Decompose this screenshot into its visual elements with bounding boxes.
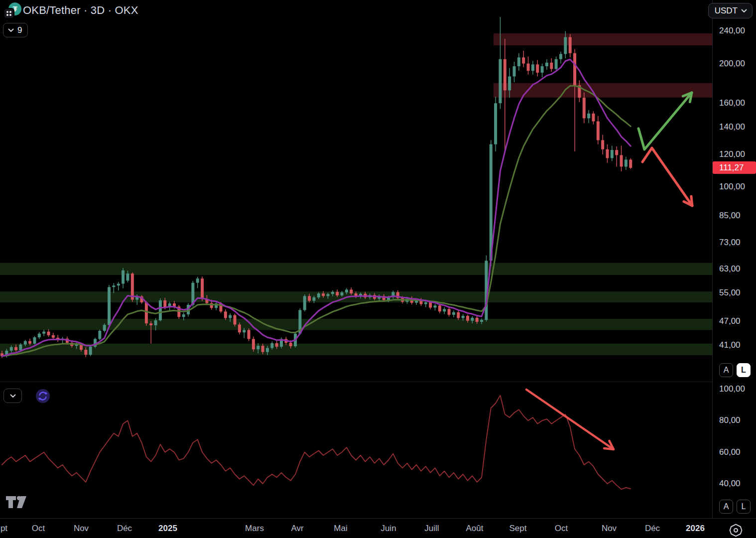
log-scale-button[interactable]: L — [737, 500, 751, 514]
rsi-axis-label: 100,00 — [719, 384, 745, 394]
last-price-badge: 111,27 — [713, 161, 756, 174]
price-axis-label: 41,00 — [719, 340, 741, 350]
indicator-count: 9 — [17, 25, 22, 35]
price-axis-label: 63,00 — [719, 264, 741, 274]
price-axis-label: 140,00 — [719, 122, 745, 132]
chevron-down-icon — [8, 28, 14, 32]
main-price-pane[interactable] — [0, 0, 712, 382]
symbol-title[interactable]: OKB/Tether · 3D · OKX — [23, 4, 138, 17]
indicator-collapse-button[interactable]: 9 — [3, 23, 28, 37]
time-axis-label: Juill — [424, 524, 439, 534]
rsi-indicator-pane[interactable] — [0, 382, 712, 518]
time-axis-label: Sept — [509, 524, 527, 534]
time-axis[interactable]: ptOctNovDéc2025MarsAvrMaiJuinJuillAoûtSe… — [0, 519, 756, 538]
support-zone — [0, 319, 712, 330]
resistance-zone — [494, 83, 712, 98]
time-axis-label: Oct — [555, 524, 568, 534]
rsi-sync-icon[interactable] — [35, 389, 50, 404]
time-axis-label: Mars — [245, 524, 264, 534]
rsi-axis-label: 60,00 — [719, 447, 741, 457]
time-axis-label: Mai — [334, 524, 347, 534]
time-axis-label: Déc — [645, 524, 660, 534]
time-axis-label: Oct — [32, 524, 45, 534]
time-axis-label: Déc — [117, 524, 132, 534]
price-axis-label: 240,00 — [719, 26, 745, 36]
price-axis-label: 55,00 — [719, 288, 741, 298]
auto-scale-button[interactable]: A — [719, 363, 733, 377]
symbol-logo: ₮ — [3, 2, 21, 20]
tradingview-logo[interactable] — [5, 494, 31, 509]
price-axis-label: 47,00 — [719, 316, 741, 326]
time-axis-label: Avr — [291, 524, 303, 534]
price-axis-label: 73,00 — [719, 238, 741, 248]
time-axis-label: Nov — [74, 524, 89, 534]
rsi-axis-label: 40,00 — [719, 479, 741, 489]
support-zone — [0, 344, 712, 355]
tradingview-chart: ₮ OKB/Tether · 3D · OKX 9 USDT 240,00200… — [0, 0, 756, 538]
price-axis-label: 160,00 — [719, 98, 745, 108]
time-axis-label: pt — [0, 524, 7, 534]
time-axis-label: Juin — [380, 524, 396, 534]
rsi-dropdown-button[interactable] — [3, 389, 22, 403]
log-scale-button[interactable]: L — [737, 363, 751, 377]
price-axis-label: 120,00 — [719, 149, 745, 159]
price-axis-label: 85,00 — [719, 211, 741, 221]
price-axis-label: 200,00 — [719, 59, 745, 69]
price-axis-label: 100,00 — [719, 182, 745, 192]
time-axis-label: 2025 — [158, 524, 177, 534]
rsi-axis-label: 80,00 — [719, 415, 741, 425]
okb-logo-icon — [3, 8, 14, 19]
settings-gear-icon[interactable] — [729, 523, 743, 538]
auto-scale-button[interactable]: A — [719, 500, 733, 514]
time-axis-label: Nov — [602, 524, 617, 534]
resistance-zone — [494, 33, 712, 45]
price-axis[interactable]: 240,00200,00160,00140,00120,00100,0085,0… — [713, 0, 756, 518]
time-axis-label: Août — [466, 524, 484, 534]
support-zone — [0, 263, 712, 275]
chevron-down-icon — [10, 394, 16, 398]
pane-divider[interactable] — [0, 382, 712, 382]
time-axis-label: 2026 — [686, 524, 705, 534]
